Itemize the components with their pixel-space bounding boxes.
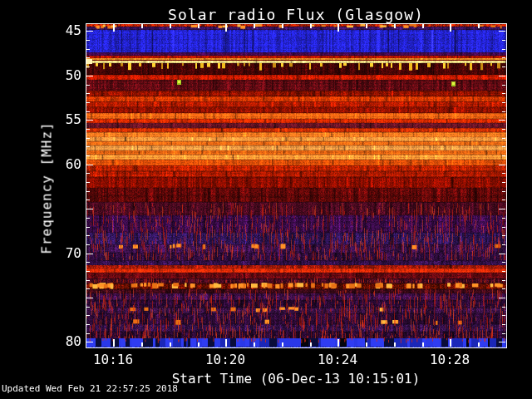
y-tick-label: 60 bbox=[0, 158, 81, 171]
y-tick-label: 45 bbox=[0, 24, 81, 37]
x-tick-label: 10:28 bbox=[430, 353, 470, 367]
updated-timestamp: Updated Wed Feb 21 22:57:25 2018 bbox=[2, 383, 178, 394]
y-tick-label: 80 bbox=[0, 335, 81, 348]
y-tick-label: 70 bbox=[0, 247, 81, 260]
y-tick-label: 55 bbox=[0, 113, 81, 126]
spectrogram-figure: Solar radio Flux (Glasgow) Frequency [MH… bbox=[0, 0, 532, 399]
chart-title: Solar radio Flux (Glasgow) bbox=[168, 6, 424, 23]
x-tick-label: 10:20 bbox=[205, 353, 245, 367]
y-axis-title: Frequency [MHz] bbox=[39, 121, 55, 254]
x-axis-title: Start Time (06-Dec-13 10:15:01) bbox=[172, 371, 421, 387]
x-tick-label: 10:16 bbox=[93, 353, 133, 367]
y-tick-label: 50 bbox=[0, 69, 81, 82]
x-tick-label: 10:24 bbox=[318, 353, 357, 367]
